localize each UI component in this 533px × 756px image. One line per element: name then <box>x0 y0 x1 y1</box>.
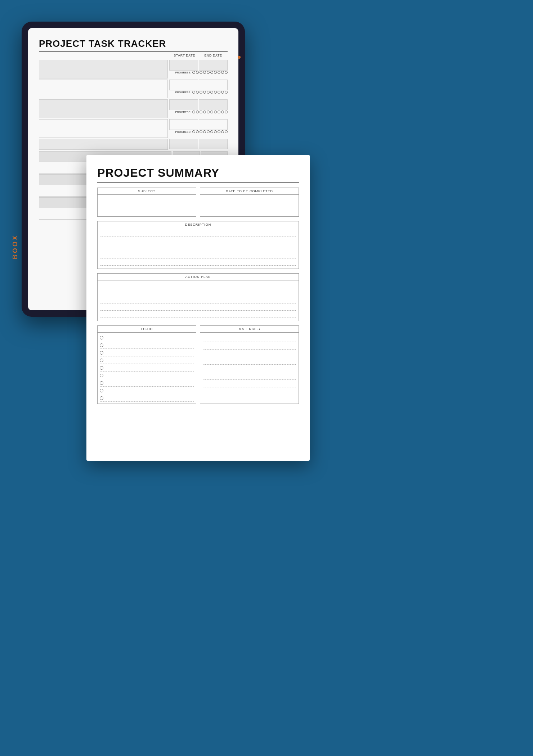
circle <box>218 91 220 94</box>
task-name-cell <box>39 119 168 138</box>
todo-item[interactable] <box>100 334 194 341</box>
subject-content[interactable] <box>98 195 196 216</box>
circle <box>196 130 199 133</box>
circle <box>200 111 202 113</box>
task-name-cell <box>39 139 168 150</box>
task-date-area: PROGRESS: <box>169 119 228 138</box>
task-dates-top <box>169 99 228 110</box>
subject-label: SUBJECT <box>98 188 196 195</box>
circle <box>192 91 195 94</box>
todo-item[interactable] <box>100 395 194 402</box>
circle <box>221 130 224 133</box>
boox-brand-label: BOOX <box>12 234 19 259</box>
todo-checkbox[interactable] <box>100 389 103 392</box>
description-line <box>100 252 296 258</box>
task-name-cell <box>39 80 168 98</box>
boox-button-top[interactable] <box>238 56 241 59</box>
circle <box>192 71 195 74</box>
date-content[interactable] <box>200 195 299 216</box>
task-row: PROGRESS: <box>39 60 228 78</box>
description-lines[interactable] <box>98 228 299 269</box>
todo-checkbox[interactable] <box>100 396 103 400</box>
materials-lines[interactable] <box>200 333 299 390</box>
circle <box>192 130 195 133</box>
task-date-area <box>169 139 228 150</box>
end-date-col: END DATE <box>199 54 228 57</box>
todo-checkbox[interactable] <box>100 343 103 347</box>
description-line <box>100 245 296 251</box>
action-plan-section: ACTION PLAN <box>97 273 299 321</box>
task-dates-top <box>169 119 228 130</box>
start-date-cell <box>169 60 198 71</box>
task-dates-top <box>169 139 228 149</box>
circle <box>200 130 202 133</box>
progress-row: PROGRESS: <box>169 71 228 74</box>
task-tracker-divider <box>39 51 228 52</box>
task-row: PROGRESS: <box>39 119 228 138</box>
progress-row: PROGRESS: <box>169 111 228 113</box>
start-date-col: START DATE <box>170 54 199 57</box>
todo-item[interactable] <box>100 379 194 387</box>
action-plan-line <box>100 283 296 289</box>
todo-checkbox[interactable] <box>100 374 103 377</box>
end-date-cell <box>199 119 228 130</box>
progress-row: PROGRESS: <box>169 91 228 94</box>
todo-item[interactable] <box>100 372 194 379</box>
todo-checkbox[interactable] <box>100 351 103 355</box>
todo-checkbox[interactable] <box>100 381 103 385</box>
circle <box>207 91 210 94</box>
start-date-cell <box>169 80 198 90</box>
circle <box>225 91 228 94</box>
material-line <box>203 380 296 387</box>
circle <box>207 130 210 133</box>
todo-checkbox[interactable] <box>100 336 103 339</box>
start-date-cell <box>169 119 198 130</box>
progress-label: PROGRESS: <box>175 91 191 94</box>
task-date-area: PROGRESS: <box>169 99 228 118</box>
progress-circles <box>192 111 228 113</box>
date-to-be-completed-label: DATE TO BE COMPLETED <box>200 188 299 195</box>
circle <box>196 71 199 74</box>
task-tracker-columns: START DATE END DATE <box>39 54 228 58</box>
todo-item[interactable] <box>100 342 194 349</box>
description-label: DESCRIPTION <box>98 221 299 228</box>
material-line <box>203 342 296 350</box>
todo-checkbox[interactable] <box>100 359 103 362</box>
action-plan-lines[interactable] <box>98 280 299 321</box>
circle <box>207 111 210 113</box>
todo-box: TO-DO <box>97 325 196 404</box>
todo-item[interactable] <box>100 357 194 364</box>
todo-label: TO-DO <box>98 326 196 333</box>
description-line <box>100 238 296 244</box>
material-line <box>203 335 296 342</box>
todo-item[interactable] <box>100 364 194 372</box>
circle <box>214 91 217 94</box>
material-line <box>203 373 296 380</box>
summary-title-divider <box>97 182 299 183</box>
material-line <box>203 357 296 365</box>
circle <box>214 130 217 133</box>
circle <box>218 111 220 113</box>
task-row: PROGRESS: <box>39 99 228 118</box>
task-row <box>39 139 228 150</box>
description-line <box>100 259 296 266</box>
task-dates-top <box>169 80 228 90</box>
circle <box>196 91 199 94</box>
summary-title: PROJECT SUMMARY <box>97 166 299 180</box>
date-box: DATE TO BE COMPLETED <box>200 188 299 217</box>
todo-item[interactable] <box>100 387 194 394</box>
action-plan-line <box>100 304 296 311</box>
todo-item[interactable] <box>100 349 194 356</box>
progress-label: PROGRESS: <box>175 131 191 133</box>
task-date-area: PROGRESS: <box>169 80 228 98</box>
todo-checkbox[interactable] <box>100 366 103 370</box>
circle <box>210 111 213 113</box>
circle <box>207 71 210 74</box>
materials-label: MATERIALS <box>200 326 299 333</box>
action-plan-label: ACTION PLAN <box>98 274 299 280</box>
start-date-cell <box>169 99 198 110</box>
task-name-cell <box>39 99 168 118</box>
material-line <box>203 350 296 357</box>
progress-label: PROGRESS: <box>175 71 191 74</box>
end-date-cell <box>199 99 228 110</box>
